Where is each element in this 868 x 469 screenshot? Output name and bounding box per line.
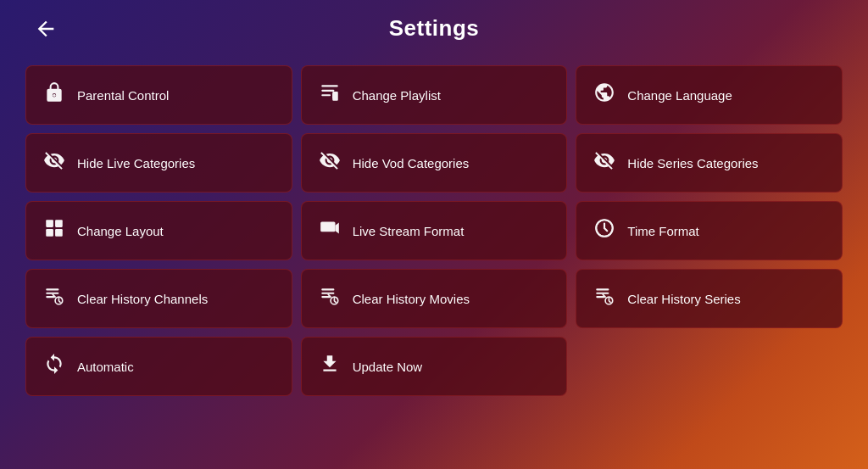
card-label-hide-series-categories: Hide Series Categories [627,156,758,170]
card-clear-history-series[interactable]: Clear History Series [576,269,843,328]
stream-icon [319,217,341,244]
card-label-automatic: Automatic [77,360,134,374]
card-hide-live-categories[interactable]: Hide Live Categories [25,133,292,193]
history-icon [593,285,615,312]
svg-rect-18 [321,293,334,294]
page-title: Settings [389,15,480,42]
card-change-playlist[interactable]: Change Playlist [301,65,568,125]
card-label-change-layout: Change Layout [77,224,164,238]
card-label-clear-history-series: Clear History Series [627,292,740,306]
settings-grid: Parental ControlChange PlaylistChange La… [0,57,868,413]
card-parental-control[interactable]: Parental Control [25,65,292,125]
history-icon [43,285,65,312]
history-icon [319,285,341,312]
svg-rect-9 [320,221,335,232]
back-button[interactable] [34,17,58,41]
card-label-hide-live-categories: Hide Live Categories [77,156,195,170]
card-change-language[interactable]: Change Language [576,65,843,125]
svg-rect-17 [321,288,334,290]
clock-icon [593,217,615,244]
svg-rect-22 [597,288,609,290]
eye-slash-icon [593,149,615,176]
card-label-update-now: Update Now [353,360,423,374]
card-label-clear-history-channels: Clear History Channels [77,292,208,306]
card-label-change-language: Change Language [627,88,732,103]
svg-rect-7 [46,229,53,237]
card-live-stream-format[interactable]: Live Stream Format [301,201,568,260]
svg-rect-3 [321,94,331,96]
card-label-change-playlist: Change Playlist [353,88,441,103]
card-clear-history-movies[interactable]: Clear History Movies [301,269,568,328]
header: Settings [0,0,868,57]
language-icon [593,81,615,109]
playlist-icon [319,81,341,109]
card-clear-history-channels[interactable]: Clear History Channels [25,269,292,328]
layout-icon [43,217,65,244]
lock-icon [43,81,65,109]
svg-rect-13 [46,293,58,294]
sync-icon [43,353,65,380]
card-label-hide-vod-categories: Hide Vod Categories [353,156,470,170]
svg-rect-23 [597,293,609,294]
card-label-live-stream-format: Live Stream Format [353,224,465,238]
card-change-layout[interactable]: Change Layout [25,201,292,260]
card-label-time-format: Time Format [627,224,698,238]
svg-rect-1 [321,85,338,87]
card-update-now[interactable]: Update Now [301,337,568,396]
card-automatic[interactable]: Automatic [25,337,292,396]
svg-point-0 [53,94,55,97]
eye-slash-icon [43,149,65,176]
card-time-format[interactable]: Time Format [576,201,843,260]
card-label-parental-control: Parental Control [77,88,169,103]
card-hide-series-categories[interactable]: Hide Series Categories [576,133,843,193]
svg-rect-6 [55,220,63,227]
svg-rect-2 [321,90,334,92]
svg-rect-5 [46,220,53,227]
card-hide-vod-categories[interactable]: Hide Vod Categories [301,133,568,193]
download-icon [319,353,341,380]
svg-rect-8 [55,229,63,237]
card-label-clear-history-movies: Clear History Movies [353,292,470,306]
svg-rect-12 [46,288,58,290]
eye-slash-icon [319,149,341,176]
